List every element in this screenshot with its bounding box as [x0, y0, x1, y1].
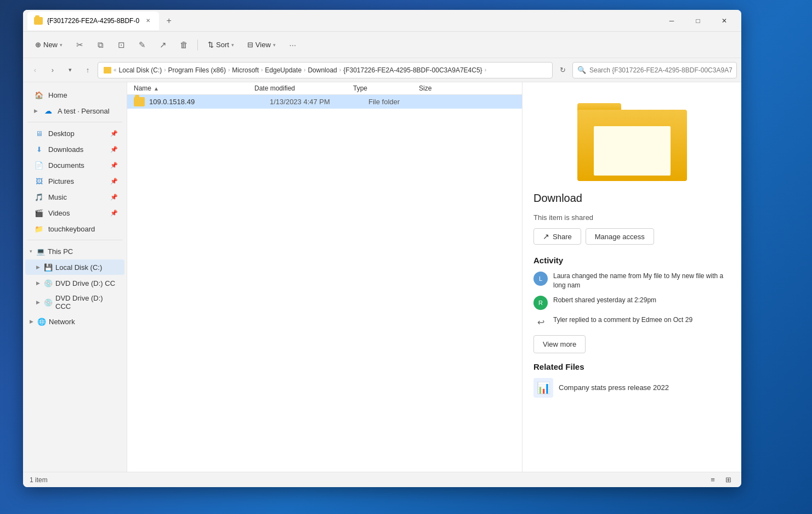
forward-button[interactable]: › — [45, 63, 60, 78]
downloads-icon: ⬇ — [34, 144, 44, 154]
left-panel: 🏠 Home ▶ ☁ A test · Personal 🖥 Desktop 📌… — [23, 82, 127, 472]
path-label-4: Download — [308, 66, 337, 74]
expand-network-icon: ▶ — [30, 319, 33, 324]
path-chevron-0: « — [113, 67, 117, 73]
delete-button[interactable]: 🗑 — [174, 36, 193, 54]
list-view-toggle[interactable]: ≡ — [706, 473, 719, 487]
touchkeyboard-icon: 📁 — [34, 224, 44, 234]
music-label: Music — [48, 193, 67, 201]
address-bar: ‹ › ▾ ↑ « Local Disk (C:) › Program File… — [23, 58, 741, 82]
share-button[interactable]: ↗ — [154, 36, 172, 54]
path-label-2: Microsoft — [232, 66, 259, 74]
related-file-item[interactable]: 📊 Company stats press release 2022 — [533, 378, 730, 398]
sidebar-item-desktop[interactable]: 🖥 Desktop 📌 — [25, 126, 124, 141]
sort-chevron-icon: ▾ — [231, 42, 234, 48]
history-button[interactable]: ▾ — [63, 63, 78, 78]
status-item-count: 1 item — [30, 476, 48, 484]
search-input[interactable] — [589, 66, 732, 74]
sidebar-item-pictures[interactable]: 🖼 Pictures 📌 — [25, 173, 124, 189]
expand-pc-icon: ▾ — [30, 248, 32, 254]
view-more-button[interactable]: View more — [533, 335, 586, 353]
activity-avatar-tyler: ↩ — [533, 315, 548, 330]
folder-preview — [533, 93, 730, 181]
sidebar-item-cloud[interactable]: ▶ ☁ A test · Personal — [25, 103, 124, 118]
path-segment-4[interactable]: Download — [308, 66, 337, 74]
path-label-3: EdgeUpdate — [265, 66, 302, 74]
sidebar-item-this-pc[interactable]: ▾ 💻 This PC — [25, 244, 124, 259]
pin-icon-videos: 📌 — [110, 210, 118, 217]
back-button[interactable]: ‹ — [27, 63, 43, 78]
path-label-1: Program Files (x86) — [168, 66, 226, 74]
this-pc-label: This PC — [48, 247, 73, 256]
divider-1 — [27, 122, 122, 122]
desktop-icon: 🖥 — [34, 128, 44, 138]
sort-label: Sort — [216, 41, 229, 49]
up-button[interactable]: ↑ — [80, 63, 95, 78]
file-folder-icon — [134, 97, 145, 106]
dvd-d-label: DVD Drive (D:) CC — [55, 279, 115, 287]
sidebar-item-touchkeyboard[interactable]: 📁 touchkeyboard — [25, 221, 124, 236]
new-tab-button[interactable]: + — [161, 13, 177, 29]
sidebar-item-network[interactable]: ▶ 🌐 Network — [25, 314, 124, 329]
path-chevron-4: › — [304, 67, 305, 73]
local-disk-icon: 💾 — [43, 262, 53, 272]
activity-item-1: R Robert shared yesterday at 2:29pm — [533, 296, 730, 310]
tab-close-button[interactable]: ✕ — [144, 16, 152, 25]
col-date-header[interactable]: Date modified — [254, 84, 353, 92]
col-type-header[interactable]: Type — [353, 84, 419, 92]
file-date-modified: 1/13/2023 4:47 PM — [270, 98, 368, 106]
copy-button[interactable]: ⧉ — [91, 36, 110, 54]
sort-button[interactable]: ⇅ Sort ▾ — [202, 37, 240, 52]
sidebar-item-local-disk[interactable]: ▶ 💾 Local Disk (C:) — [25, 259, 124, 275]
path-segment-3[interactable]: EdgeUpdate — [265, 66, 302, 74]
path-segment-1[interactable]: Program Files (x86) — [168, 66, 226, 74]
path-segment-5[interactable]: {F3017226-FE2A-4295-8BDF-00C3A9A7E4C5} — [343, 66, 482, 74]
activity-text-robert: Robert shared yesterday at 2:29pm — [553, 296, 656, 305]
sidebar-item-videos[interactable]: 🎬 Videos 📌 — [25, 205, 124, 221]
path-segment-0[interactable]: Local Disk (C:) — [119, 66, 162, 74]
table-row[interactable]: 109.0.1518.49 1/13/2023 4:47 PM File fol… — [127, 95, 522, 109]
maximize-button[interactable]: □ — [685, 12, 711, 30]
new-icon: ⊕ — [35, 41, 41, 49]
path-segment-2[interactable]: Microsoft — [232, 66, 259, 74]
address-path[interactable]: « Local Disk (C:) › Program Files (x86) … — [98, 62, 553, 78]
col-name-header[interactable]: Name ▲ — [134, 84, 254, 92]
sidebar-item-dvd-d2[interactable]: ▶ 💿 DVD Drive (D:) CCC — [25, 291, 124, 313]
window-controls: ─ □ ✕ — [659, 12, 737, 30]
view-label: View — [255, 41, 271, 49]
music-icon: 🎵 — [34, 192, 44, 202]
touchkeyboard-label: touchkeyboard — [48, 225, 95, 233]
sidebar-item-dvd-d[interactable]: ▶ 💿 DVD Drive (D:) CC — [25, 275, 124, 291]
new-button[interactable]: ⊕ New ▾ — [30, 37, 68, 52]
more-button[interactable]: ··· — [283, 36, 302, 54]
activity-text-laura: Laura changed the name from My file to M… — [553, 272, 730, 290]
big-folder-icon — [577, 93, 687, 181]
dvd-d-icon: 💿 — [43, 278, 53, 288]
new-chevron-icon: ▾ — [60, 42, 63, 48]
cut-button[interactable]: ✂ — [70, 36, 89, 54]
divider-2 — [27, 240, 122, 240]
file-list-header: Name ▲ Date modified Type Size — [127, 82, 522, 95]
active-tab[interactable]: {F3017226-FE2A-4295-8BDF-0 ✕ — [27, 12, 159, 30]
sidebar-item-music[interactable]: 🎵 Music 📌 — [25, 189, 124, 205]
col-size-header[interactable]: Size — [419, 84, 474, 92]
path-chevron-5: › — [339, 67, 341, 73]
share-button-panel[interactable]: ↗ Share — [533, 228, 581, 245]
grid-view-toggle[interactable]: ⊞ — [722, 473, 735, 487]
close-button[interactable]: ✕ — [712, 12, 737, 30]
this-pc-icon: 💻 — [36, 246, 46, 256]
refresh-button[interactable]: ↻ — [555, 63, 570, 78]
sidebar-item-documents[interactable]: 📄 Documents 📌 — [25, 157, 124, 173]
view-button[interactable]: ⊟ View ▾ — [242, 37, 281, 52]
minimize-button[interactable]: ─ — [659, 12, 684, 30]
activity-title: Activity — [533, 256, 730, 265]
search-box[interactable]: 🔍 — [572, 62, 737, 78]
sidebar-item-home[interactable]: 🏠 Home — [25, 87, 124, 103]
pictures-icon: 🖼 — [34, 176, 44, 186]
path-chevron-1: › — [164, 67, 166, 73]
manage-access-button[interactable]: Manage access — [586, 228, 654, 245]
rename-button[interactable]: ✎ — [133, 36, 151, 54]
view-more-label: View more — [543, 340, 576, 348]
sidebar-item-downloads[interactable]: ⬇ Downloads 📌 — [25, 142, 124, 157]
paste-button[interactable]: ⊡ — [112, 36, 130, 54]
